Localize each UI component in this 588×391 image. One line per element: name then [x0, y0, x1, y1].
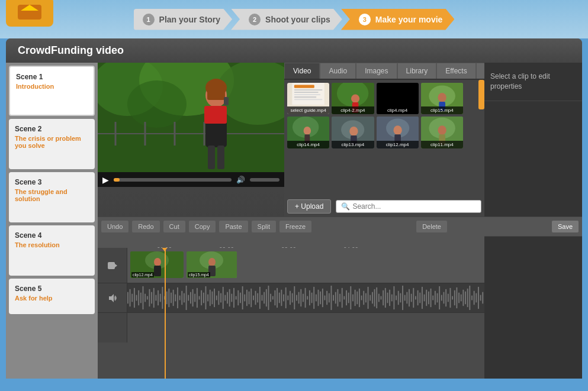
freeze-button[interactable]: Freeze — [279, 220, 312, 233]
progress-bar[interactable] — [114, 178, 232, 182]
scene-item-4[interactable]: Scene 4 The resolution — [9, 225, 95, 276]
audio-track: /* waveform bars */ — [98, 283, 484, 313]
svg-rect-220 — [465, 292, 466, 305]
media-clip-1[interactable]: select guide.mp4 — [287, 83, 329, 114]
svg-rect-130 — [270, 294, 271, 302]
svg-rect-164 — [343, 296, 345, 300]
svg-rect-105 — [216, 296, 217, 300]
undo-button[interactable]: Undo — [101, 220, 129, 233]
media-clip-4[interactable]: clip15.mp4 — [421, 83, 463, 114]
svg-rect-148 — [309, 290, 310, 305]
upload-button[interactable]: + Upload — [287, 199, 331, 214]
media-clip-2[interactable]: clip4-2.mp4 — [332, 83, 374, 114]
svg-rect-190 — [400, 293, 401, 303]
video-track: clip12.mp4 — [98, 248, 484, 283]
svg-rect-216 — [456, 287, 457, 308]
svg-rect-75 — [151, 292, 152, 304]
search-input[interactable] — [352, 202, 476, 211]
timeline-clip-1[interactable]: clip12.mp4 — [130, 251, 184, 278]
svg-rect-116 — [240, 293, 241, 303]
redo-button[interactable]: Redo — [131, 220, 160, 233]
svg-rect-161 — [337, 289, 338, 306]
content-area: Scene 1 Introduction Scene 2 The crisis … — [6, 63, 582, 379]
scene-item-2[interactable]: Scene 2 The crisis or problem you solve — [9, 119, 95, 169]
timeline-area: 01:00 02:00 03:00 04:00 — [98, 236, 582, 379]
paste-button[interactable]: Paste — [219, 220, 248, 233]
media-clip-8[interactable]: clip11.mp4 — [421, 117, 463, 148]
tab-effects[interactable]: Effects — [436, 63, 475, 79]
toolbar-spacer-2 — [450, 220, 549, 233]
svg-rect-91 — [186, 286, 187, 310]
tab-video[interactable]: Video — [284, 63, 320, 79]
svg-rect-173 — [363, 291, 364, 305]
media-scrollbar[interactable] — [478, 80, 484, 196]
media-clip-3[interactable]: clip4.mp4 — [377, 83, 419, 114]
svg-rect-92 — [188, 295, 189, 301]
svg-rect-17 — [207, 85, 225, 100]
svg-rect-137 — [285, 287, 287, 308]
volume-icon: 🔊 — [236, 176, 245, 184]
svg-rect-117 — [242, 286, 243, 309]
app-title: CrowdFunding video — [6, 38, 582, 63]
video-preview — [98, 63, 284, 172]
volume-bar[interactable] — [250, 178, 279, 182]
svg-rect-176 — [369, 295, 371, 301]
media-clip-7[interactable]: clip12.mp4 — [377, 117, 419, 148]
svg-rect-70 — [140, 293, 142, 303]
svg-rect-76 — [153, 288, 155, 308]
svg-rect-211 — [445, 289, 446, 306]
svg-rect-25 — [294, 94, 320, 95]
media-clip-6[interactable]: clip13.mp4 — [332, 117, 374, 148]
scene-2-title: Scene 2 — [15, 125, 89, 133]
scene-item-1[interactable]: Scene 1 Introduction — [9, 66, 95, 116]
svg-rect-192 — [404, 295, 406, 301]
video-track-content[interactable]: clip12.mp4 — [127, 248, 484, 283]
play-button[interactable]: ▶ — [102, 175, 109, 185]
step-num-2: 2 — [249, 14, 261, 25]
video-controls: ▶ 🔊 — [98, 172, 284, 187]
svg-rect-179 — [376, 287, 377, 308]
svg-rect-132 — [275, 290, 276, 305]
wizard-step-plan[interactable]: 1 Plan your Story — [134, 9, 232, 30]
media-clip-5[interactable]: clip14.mp4 — [287, 117, 329, 148]
copy-button[interactable]: Copy — [188, 220, 217, 233]
svg-rect-84 — [171, 293, 172, 303]
svg-rect-212 — [448, 294, 449, 302]
svg-rect-68 — [136, 295, 137, 301]
audio-waveform[interactable]: /* waveform bars */ — [127, 283, 484, 312]
step-num-1: 1 — [143, 14, 155, 25]
svg-rect-73 — [147, 296, 148, 300]
svg-rect-195 — [411, 294, 412, 302]
empty-track-content — [127, 313, 484, 342]
scene-item-5[interactable]: Scene 5 Ask for help — [9, 279, 95, 314]
save-button[interactable]: Save — [551, 220, 579, 233]
svg-rect-80 — [162, 287, 163, 309]
wizard-step-shoot[interactable]: 2 Shoot your clips — [231, 9, 342, 30]
svg-rect-104 — [214, 289, 215, 307]
tab-library[interactable]: Library — [397, 63, 437, 79]
tab-images[interactable]: Images — [356, 63, 397, 79]
svg-rect-121 — [250, 289, 252, 307]
tab-audio[interactable]: Audio — [320, 63, 356, 79]
svg-rect-174 — [365, 293, 367, 303]
svg-rect-74 — [149, 289, 150, 306]
svg-rect-160 — [335, 292, 336, 304]
wizard-step-make[interactable]: 3 Make your movie — [341, 9, 455, 30]
tab-transitions[interactable]: Transitions — [476, 63, 484, 79]
svg-rect-159 — [333, 295, 334, 301]
svg-rect-156 — [326, 291, 327, 305]
scene-4-subtitle: The resolution — [15, 241, 89, 248]
svg-rect-150 — [313, 287, 314, 309]
svg-rect-77 — [156, 295, 157, 301]
scene-item-3[interactable]: Scene 3 The struggle and solution — [9, 172, 95, 222]
svg-rect-18 — [224, 97, 229, 105]
svg-rect-107 — [220, 293, 221, 303]
cut-button[interactable]: Cut — [163, 220, 186, 233]
delete-button[interactable]: Delete — [416, 220, 448, 233]
timeline-clip-2[interactable]: clip15.mp4 — [187, 251, 237, 278]
svg-rect-170 — [356, 292, 358, 305]
timeline-clip-2-label: clip15.mp4 — [188, 272, 210, 277]
split-button[interactable]: Split — [251, 220, 277, 233]
svg-rect-199 — [419, 293, 420, 303]
svg-rect-118 — [244, 295, 245, 302]
